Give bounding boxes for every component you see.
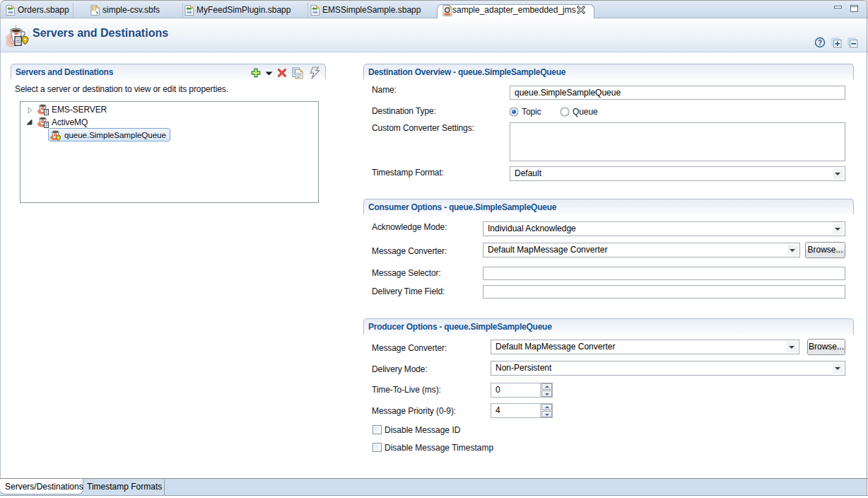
- svg-text:?: ?: [818, 38, 822, 47]
